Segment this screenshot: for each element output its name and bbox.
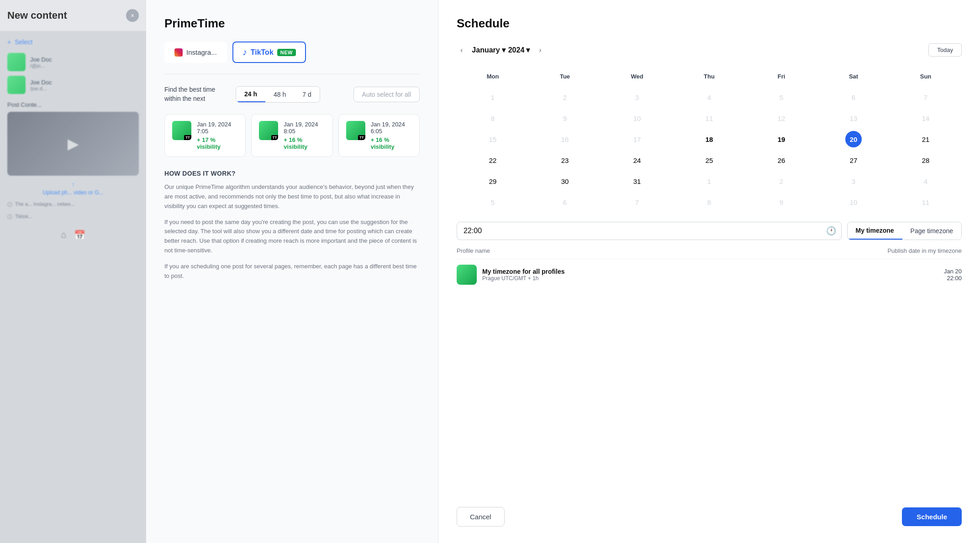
- cal-day-10-w1[interactable]: 10: [629, 110, 645, 126]
- upload-icon: ↑: [72, 181, 74, 188]
- cal-day-11-w5[interactable]: 11: [917, 194, 934, 210]
- cal-day-9-w5[interactable]: 9: [773, 194, 790, 210]
- info-row-1: ⓘ The a... Instagra... netwo...: [7, 201, 139, 208]
- cal-day-23-w3[interactable]: 23: [557, 152, 573, 168]
- cal-day-7-w5[interactable]: 7: [629, 194, 645, 210]
- time-card-2[interactable]: TT Jan 19, 2024 8:05 + 16 % visibility: [251, 114, 332, 157]
- cal-day-1-w4[interactable]: 1: [701, 173, 717, 189]
- auto-select-button[interactable]: Auto select for all: [353, 87, 420, 102]
- cal-day-30-w4[interactable]: 30: [557, 173, 573, 189]
- cal-day-8-w5[interactable]: 8: [701, 194, 717, 210]
- time-tab-48h[interactable]: 48 h: [265, 87, 294, 102]
- cal-day-3-w4[interactable]: 3: [845, 173, 862, 189]
- cal-day-9-w1[interactable]: 9: [557, 110, 573, 126]
- cal-day-16-w2[interactable]: 16: [557, 131, 573, 147]
- cal-day-29-w4[interactable]: 29: [485, 173, 501, 189]
- cancel-button[interactable]: Cancel: [457, 507, 505, 527]
- cal-day-18-w2[interactable]: 18: [701, 131, 717, 147]
- time-card-1[interactable]: TT Jan 19, 2024 7:05 + 17 % visibility: [164, 114, 246, 157]
- cal-day-1-w0[interactable]: 1: [485, 89, 501, 105]
- day-header-sun: Sun: [890, 66, 962, 87]
- cal-day-24-w3[interactable]: 24: [629, 152, 645, 168]
- time-card-avatar-1: TT: [172, 121, 191, 140]
- cal-cell-w0d3: 4: [673, 87, 745, 108]
- cal-day-12-w1[interactable]: 12: [773, 110, 790, 126]
- divider: [164, 74, 420, 74]
- avatar-1: [7, 53, 26, 71]
- time-card-3[interactable]: TT Jan 19, 2024 6:05 + 16 % visibility: [338, 114, 420, 157]
- cal-cell-w4d3: 1: [673, 171, 745, 192]
- sidebar-header: New content ×: [0, 0, 146, 31]
- time-suggestions: TT Jan 19, 2024 7:05 + 17 % visibility T…: [164, 114, 420, 157]
- cal-day-15-w2[interactable]: 15: [485, 131, 501, 147]
- cal-day-28-w3[interactable]: 28: [917, 152, 934, 168]
- cal-day-3-w0[interactable]: 3: [629, 89, 645, 105]
- upload-area[interactable]: ↑ Upload ph... video or G...: [7, 181, 139, 196]
- cal-day-2-w0[interactable]: 2: [557, 89, 573, 105]
- cal-day-20-w2[interactable]: 20: [845, 131, 862, 147]
- cal-day-8-w1[interactable]: 8: [485, 110, 501, 126]
- cal-day-6-w0[interactable]: 6: [845, 89, 862, 105]
- cal-day-2-w4[interactable]: 2: [773, 173, 790, 189]
- next-month-button[interactable]: ›: [535, 44, 545, 56]
- month-year-display: January ▾ 2024 ▾: [472, 46, 530, 54]
- calendar-icon[interactable]: 📅: [74, 230, 85, 240]
- select-label: Select: [15, 38, 32, 46]
- schedule-button[interactable]: Schedule: [902, 507, 962, 526]
- home-icon[interactable]: ⌂: [61, 230, 66, 240]
- cal-cell-w3d6: 28: [890, 150, 962, 171]
- cal-day-10-w5[interactable]: 10: [845, 194, 862, 210]
- user-handle-2: /joe.d...: [30, 86, 139, 91]
- cal-cell-w5d2: 7: [601, 192, 673, 213]
- cal-day-6-w5[interactable]: 6: [557, 194, 573, 210]
- profile-date: Jan 20 22:00: [944, 268, 962, 282]
- cal-day-13-w1[interactable]: 13: [845, 110, 862, 126]
- cal-cell-w1d1: 9: [529, 108, 601, 129]
- cal-day-4-w4[interactable]: 4: [917, 173, 934, 189]
- time-input-wrapper: 🕐: [457, 222, 842, 240]
- day-header-wed: Wed: [601, 66, 673, 87]
- cal-day-17-w2[interactable]: 17: [629, 131, 645, 147]
- prev-month-button[interactable]: ‹: [457, 44, 466, 56]
- month-select-button[interactable]: January ▾: [472, 46, 505, 54]
- cal-day-14-w1[interactable]: 14: [917, 110, 934, 126]
- how-paragraph-2: If you need to post the same day you're …: [164, 218, 420, 256]
- profile-row: My timezone for all profiles Prague UTC/…: [457, 259, 962, 290]
- cal-cell-w5d4: 9: [745, 192, 817, 213]
- cal-day-27-w3[interactable]: 27: [845, 152, 862, 168]
- cal-day-5-w5[interactable]: 5: [485, 194, 501, 210]
- cal-cell-w2d6: 21: [890, 129, 962, 150]
- cal-day-5-w0[interactable]: 5: [773, 89, 790, 105]
- upload-label: Upload ph... video or G...: [42, 189, 103, 196]
- info-text-2: Tiktok...: [15, 214, 32, 219]
- tab-tiktok[interactable]: ♪ TikTok NEW: [232, 42, 306, 63]
- profile-avatar: [457, 265, 477, 285]
- cal-day-19-w2[interactable]: 19: [773, 131, 790, 147]
- year-select-button[interactable]: 2024 ▾: [508, 46, 530, 54]
- tt-badge-2: TT: [271, 135, 279, 140]
- cal-cell-w2d2: 17: [601, 129, 673, 150]
- today-button[interactable]: Today: [928, 43, 962, 57]
- cal-cell-w1d0: 8: [457, 108, 529, 129]
- my-timezone-tab[interactable]: My timezone: [848, 222, 902, 240]
- cal-day-22-w3[interactable]: 22: [485, 152, 501, 168]
- time-input[interactable]: [457, 222, 842, 240]
- cal-day-26-w3[interactable]: 26: [773, 152, 790, 168]
- select-row[interactable]: + Select: [7, 38, 139, 46]
- page-timezone-tab[interactable]: Page timezone: [902, 222, 961, 240]
- time-tab-7d[interactable]: 7 d: [294, 87, 319, 102]
- info-text-1: The a... Instagra... netwo...: [15, 201, 75, 207]
- time-tab-24h[interactable]: 24 h: [236, 87, 265, 102]
- how-does-it-work-title: HOW DOES IT WORK?: [164, 170, 420, 177]
- cal-day-31-w4[interactable]: 31: [629, 173, 645, 189]
- cal-day-7-w0[interactable]: 7: [917, 89, 934, 105]
- cal-day-25-w3[interactable]: 25: [701, 152, 717, 168]
- tab-instagram[interactable]: Instagra...: [164, 42, 227, 63]
- cal-day-11-w1[interactable]: 11: [701, 110, 717, 126]
- day-header-fri: Fri: [745, 66, 817, 87]
- profile-table-header: Profile name Publish date in my timezone: [457, 247, 962, 254]
- cal-day-4-w0[interactable]: 4: [701, 89, 717, 105]
- close-button[interactable]: ×: [126, 9, 139, 22]
- cal-day-21-w2[interactable]: 21: [917, 131, 934, 147]
- post-thumbnail: ▶: [7, 112, 139, 176]
